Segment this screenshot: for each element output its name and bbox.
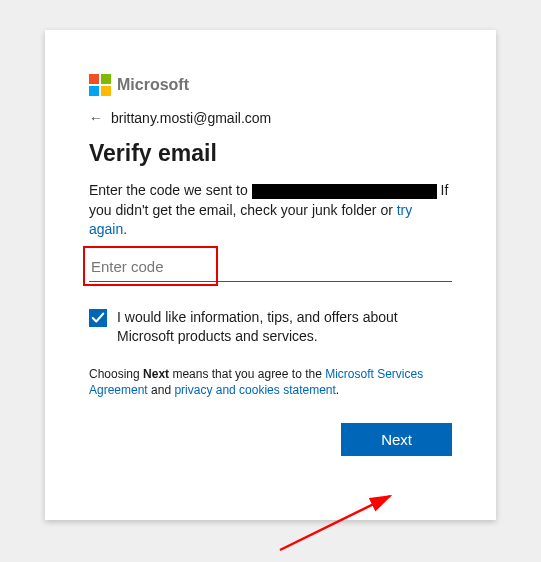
verify-email-card: Microsoft ← brittany.mosti@gmail.com Ver… (45, 30, 496, 520)
brand-row: Microsoft (89, 74, 452, 96)
checkbox-label: I would like information, tips, and offe… (117, 308, 452, 346)
identity-back-row[interactable]: ← brittany.mosti@gmail.com (89, 110, 452, 126)
account-email: brittany.mosti@gmail.com (111, 110, 271, 126)
redacted-email (252, 184, 437, 199)
brand-name: Microsoft (117, 76, 189, 94)
code-input-wrap (89, 254, 452, 282)
back-arrow-icon: ← (89, 110, 103, 126)
privacy-statement-link[interactable]: privacy and cookies statement (174, 383, 335, 397)
button-row: Next (89, 423, 452, 456)
checkbox-icon[interactable] (89, 309, 107, 327)
code-input[interactable] (89, 254, 452, 282)
instruction-text: Enter the code we sent to If you didn't … (89, 181, 452, 240)
marketing-optin-row[interactable]: I would like information, tips, and offe… (89, 308, 452, 346)
legal-text: Choosing Next means that you agree to th… (89, 366, 452, 400)
next-button[interactable]: Next (341, 423, 452, 456)
microsoft-logo-icon (89, 74, 111, 96)
legal-bold: Next (143, 367, 169, 381)
page-title: Verify email (89, 140, 452, 167)
desc-before: Enter the code we sent to (89, 182, 252, 198)
